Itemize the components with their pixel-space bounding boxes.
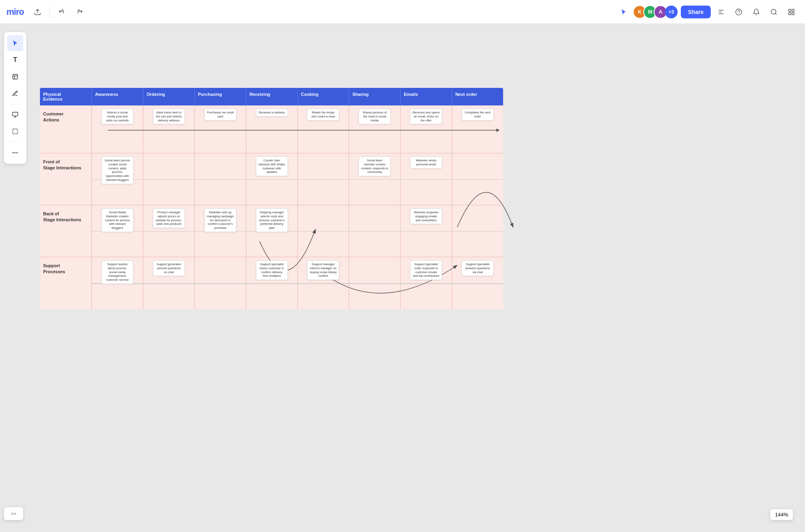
share-button[interactable]: Share xyxy=(681,6,711,18)
card-social-team-sharing[interactable]: Social team member curates content, resp… xyxy=(359,157,391,176)
header-receiving: Receiving xyxy=(246,88,298,105)
card-adds-menu[interactable]: Adds menu item to the cart and selects d… xyxy=(153,109,185,124)
row-customer-actions: CustomerActions Notices a social media p… xyxy=(40,105,503,153)
card-marketer-personal-email[interactable]: Marketer sends personal email xyxy=(410,157,442,169)
card-shipping-manager[interactable]: Shipping manager selects route and ensur… xyxy=(256,208,288,232)
zoom-level: 144% xyxy=(775,512,788,518)
help-button[interactable] xyxy=(732,5,746,19)
svg-rect-10 xyxy=(789,12,791,14)
front-stage-content: Social team person curates social conten… xyxy=(92,153,503,205)
back-stage-line xyxy=(92,231,503,232)
support-content: Support assists about promos, social med… xyxy=(92,257,503,309)
row-support: SupportProcesses Support assists about p… xyxy=(40,257,503,309)
row-back-stage: Back ofStage Interactions Social Media M… xyxy=(40,205,503,257)
svg-point-6 xyxy=(771,9,776,14)
notifications-button[interactable] xyxy=(749,5,763,19)
card-shares-pictures[interactable]: Shares pictures of the meal in social me… xyxy=(359,109,391,124)
miro-logo: miro xyxy=(6,7,24,17)
svg-line-7 xyxy=(775,13,776,14)
label-back-stage: Back ofStage Interactions xyxy=(40,205,92,257)
sidebar-divider-1 xyxy=(9,104,22,104)
customer-actions-arrow-line xyxy=(92,129,503,131)
upload-button[interactable] xyxy=(30,5,45,19)
card-courier-rider[interactable]: Courier rider interacts with Shipto cust… xyxy=(256,157,288,176)
extra-collaborators-badge[interactable]: +3 xyxy=(665,6,678,18)
service-blueprint: PhysicalEvidence Awareness Ordering Purc… xyxy=(40,88,503,309)
svg-rect-12 xyxy=(13,74,18,79)
label-support: SupportProcesses xyxy=(40,257,92,309)
card-completes-next[interactable]: Completes the next order xyxy=(462,109,494,121)
card-support-manager-cooking[interactable]: Support manager informs manager on buyin… xyxy=(307,260,339,280)
left-sidebar: T ••• xyxy=(4,32,26,164)
svg-rect-11 xyxy=(792,12,794,14)
toolbar: miro K M A +3 Share xyxy=(0,0,805,24)
card-notices-social[interactable]: Notices a social media post and visits o… xyxy=(101,109,133,124)
settings-icon-button[interactable] xyxy=(714,5,728,19)
sticky-note-tool[interactable] xyxy=(7,69,23,85)
blueprint-header: PhysicalEvidence Awareness Ordering Purc… xyxy=(40,88,503,105)
canvas[interactable]: PhysicalEvidence Awareness Ordering Purc… xyxy=(0,24,805,532)
more-tools-button[interactable]: ••• xyxy=(7,145,23,161)
svg-rect-8 xyxy=(789,9,791,11)
cursor-tool-indicator xyxy=(618,6,630,18)
card-support-tracks[interactable]: Support specialist tracks customer is co… xyxy=(256,260,288,280)
card-product-manager[interactable]: Product manager adjusts prices on websit… xyxy=(153,208,185,228)
frame-tool[interactable] xyxy=(7,123,23,139)
toolbar-right: K M A +3 Share xyxy=(618,5,799,19)
label-front-stage: Front ofStage Interactions xyxy=(40,153,92,205)
row-front-stage: Front ofStage Interactions Social team p… xyxy=(40,153,503,205)
pen-tool[interactable] xyxy=(7,85,23,101)
header-purchasing: Purchasing xyxy=(195,88,246,105)
panel-toggle-label: >> xyxy=(11,511,16,516)
card-marketer-campaign[interactable]: Marketer sets up managing campaign for d… xyxy=(204,208,236,232)
card-marketer-newsletters[interactable]: Marketer prepares engaging emails and ne… xyxy=(410,208,442,224)
card-support-social[interactable]: Support assists about promos, social med… xyxy=(101,260,133,284)
search-button[interactable] xyxy=(767,5,781,19)
svg-rect-9 xyxy=(792,9,794,11)
zoom-indicator: 144% xyxy=(770,509,793,520)
toolbar-divider xyxy=(50,6,50,18)
svg-rect-14 xyxy=(13,129,18,134)
board-view-button[interactable] xyxy=(784,5,799,19)
undo-button[interactable] xyxy=(55,5,69,19)
embed-tool[interactable] xyxy=(7,107,23,123)
header-awareness: Awareness xyxy=(92,88,143,105)
card-social-media-marketer[interactable]: Social Media Marketer creates content fo… xyxy=(101,208,133,232)
support-line xyxy=(92,283,503,284)
collaborators-group: K M A +3 xyxy=(633,5,678,19)
panel-toggle[interactable]: >> xyxy=(4,507,23,520)
sidebar-divider-2 xyxy=(9,142,22,142)
header-sharing: Sharing xyxy=(349,88,401,105)
redo-button[interactable] xyxy=(72,5,87,19)
text-tool[interactable]: T xyxy=(7,52,23,68)
card-support-emails[interactable]: Support specialist order responds to cus… xyxy=(410,260,442,280)
header-ordering: Ordering xyxy=(143,88,195,105)
card-receives-delivery[interactable]: Receives a delivery xyxy=(256,109,288,117)
header-next-order: Next order xyxy=(452,88,503,105)
customer-actions-content: Notices a social media post and visits o… xyxy=(92,105,503,153)
header-emails: Emails xyxy=(401,88,452,105)
card-support-generates[interactable]: Support generates amount questions on ch… xyxy=(153,260,185,276)
header-cooking: Cooking xyxy=(298,88,349,105)
card-reads-recipe[interactable]: Reads the recipe and cooks a meal xyxy=(307,109,339,121)
card-purchases-credit[interactable]: Purchases via credit card xyxy=(204,109,236,121)
card-social-team-awareness[interactable]: Social team person curates social conten… xyxy=(101,157,133,184)
card-support-nextorder[interactable]: Support specialist answers questions via… xyxy=(462,260,494,276)
front-stage-line xyxy=(92,179,503,180)
cursor-tool[interactable] xyxy=(7,35,23,51)
back-stage-content: Social Media Marketer creates content fo… xyxy=(92,205,503,257)
svg-rect-13 xyxy=(12,112,18,116)
card-receives-opens-email[interactable]: Receives and opens an email, clicks on t… xyxy=(410,109,442,124)
header-physical-evidence: PhysicalEvidence xyxy=(40,88,92,105)
blueprint-body: CustomerActions Notices a social media p… xyxy=(40,105,503,309)
label-customer-actions: CustomerActions xyxy=(40,105,92,153)
